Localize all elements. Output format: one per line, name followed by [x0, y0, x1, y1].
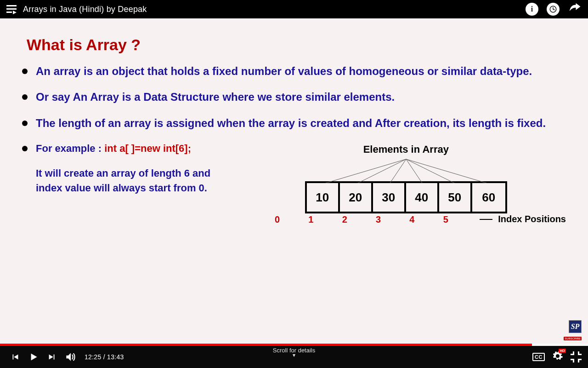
example-row: For example : int a[ ]=new int[6];	[22, 142, 232, 156]
example-block: For example : int a[ ]=new int[6]; It wi…	[22, 142, 232, 196]
array-cell: 50	[439, 183, 472, 212]
share-button[interactable]	[568, 1, 582, 17]
svg-line-6	[406, 159, 486, 183]
sp-badge-icon: SP	[569, 320, 582, 333]
index-value: 5	[429, 214, 462, 225]
bullet-dot	[22, 69, 28, 74]
play-icon	[28, 351, 40, 363]
bullet-item: Or say An Array is a Data Structure wher…	[22, 90, 566, 104]
example-label: For example :	[36, 143, 104, 154]
index-row: 0 1 2 3 4 5	[260, 214, 463, 225]
array-cell: 30	[373, 183, 406, 212]
bullet-list: An array is an object that holds a fixed…	[22, 64, 566, 131]
volume-button[interactable]	[61, 348, 80, 366]
settings-button[interactable]: HD	[552, 351, 563, 363]
example-text: For example : int a[ ]=new int[6];	[36, 142, 191, 156]
bullet-dot	[22, 94, 28, 100]
svg-line-1	[326, 159, 406, 183]
top-right-controls: i	[526, 1, 582, 17]
example-code: int a[ ]=new int[6];	[104, 143, 191, 154]
index-value: 1	[294, 214, 328, 225]
info-button[interactable]: i	[526, 3, 538, 16]
channel-logo: SP SUBSCRIBE	[564, 320, 582, 341]
time-display: 12:25 / 13:43	[85, 353, 124, 361]
array-diagram: Elements in Array 10 20 30 40	[246, 142, 566, 225]
player-controls: 12:25 / 13:43 Scroll for details ▾ CC HD	[0, 346, 588, 368]
chevron-down-icon: ▾	[273, 353, 315, 357]
bullet-dot	[22, 146, 28, 151]
array-cell: 60	[472, 183, 505, 212]
slide-content: What is Array ? An array is an object th…	[0, 18, 588, 346]
video-top-overlay: Arrays in Java (Hindi) by Deepak i	[0, 0, 588, 18]
index-value: 0	[261, 214, 294, 225]
lower-section: For example : int a[ ]=new int[6]; It wi…	[22, 142, 566, 225]
skip-previous-icon	[10, 352, 20, 362]
index-row-wrap: 0 1 2 3 4 5 Index Positions	[246, 213, 566, 225]
array-cell: 20	[340, 183, 373, 212]
array-cell: 40	[406, 183, 439, 212]
next-button[interactable]	[43, 349, 61, 365]
right-controls: CC HD	[532, 351, 582, 363]
watch-later-button[interactable]	[547, 3, 560, 16]
skip-next-icon	[47, 352, 57, 362]
svg-line-4	[406, 159, 422, 183]
bullet-dot	[22, 121, 28, 126]
previous-button[interactable]	[6, 349, 24, 365]
scroll-hint-text: Scroll for details	[273, 347, 315, 354]
pointer-lines	[310, 158, 503, 183]
volume-icon	[64, 351, 76, 363]
array-cells: 10 20 30 40 50 60	[305, 181, 507, 213]
svg-line-3	[390, 159, 406, 183]
subscribe-badge: SUBSCRIBE	[564, 337, 582, 340]
slide-heading: What is Array ?	[27, 36, 566, 54]
video-title: Arrays in Java (Hindi) by Deepak	[23, 5, 147, 14]
exit-fullscreen-button[interactable]	[571, 351, 582, 362]
index-positions-label: Index Positions	[498, 214, 566, 224]
index-value: 4	[396, 214, 429, 225]
play-button[interactable]	[24, 348, 43, 366]
hd-badge: HD	[559, 349, 566, 353]
share-icon	[568, 1, 582, 15]
bullet-item: An array is an object that holds a fixed…	[22, 64, 566, 79]
index-value: 3	[362, 214, 395, 225]
video-player: Arrays in Java (Hindi) by Deepak i What …	[0, 0, 588, 368]
bullet-item: The length of an array is assigned when …	[22, 116, 566, 131]
index-connector	[480, 219, 492, 220]
array-cell: 10	[307, 183, 340, 212]
clock-icon	[549, 5, 557, 13]
example-explain: It will create an array of length 6 and …	[36, 166, 232, 196]
bullet-text: Or say An Array is a Data Structure wher…	[36, 90, 395, 104]
bullet-text: The length of an array is assigned when …	[36, 116, 546, 131]
index-value: 2	[328, 214, 361, 225]
scroll-hint: Scroll for details ▾	[273, 347, 315, 357]
captions-button[interactable]: CC	[532, 353, 545, 361]
playlist-icon[interactable]	[6, 5, 17, 13]
elements-label: Elements in Array	[246, 144, 566, 155]
bullet-text: An array is an object that holds a fixed…	[36, 64, 532, 79]
